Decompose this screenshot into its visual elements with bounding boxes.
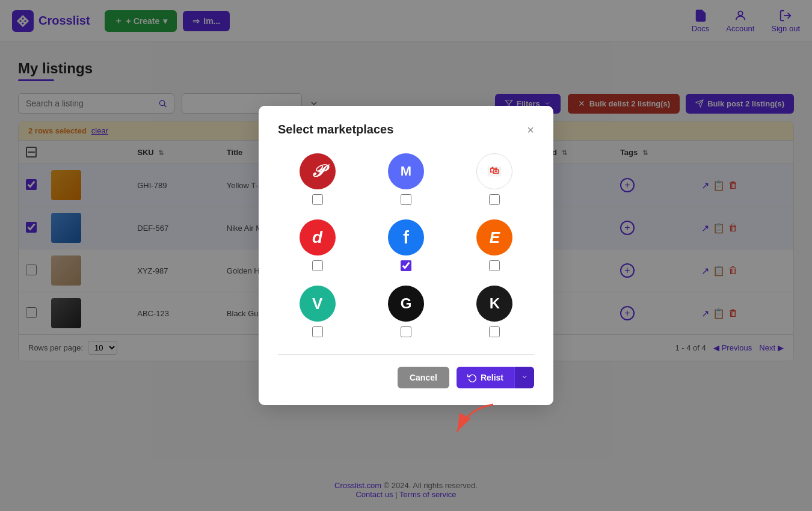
relist-button-group: Relist bbox=[457, 367, 534, 373]
marketplace-item-google: 🛍 bbox=[455, 153, 534, 205]
facebook-checkbox[interactable] bbox=[401, 260, 411, 271]
mercari-checkbox[interactable] bbox=[401, 194, 411, 205]
marketplace-item-facebook: f bbox=[366, 219, 445, 271]
kidizen-logo: K bbox=[476, 286, 512, 322]
relist-label: Relist bbox=[481, 373, 503, 373]
mercari-logo: M bbox=[388, 153, 424, 189]
depop-logo: d bbox=[300, 219, 336, 256]
marketplace-item-grailed: G bbox=[366, 286, 445, 337]
depop-checkbox[interactable] bbox=[312, 260, 323, 271]
modal-footer: Cancel Relist bbox=[278, 367, 534, 373]
relist-refresh-icon bbox=[467, 373, 477, 373]
relist-button[interactable]: Relist bbox=[457, 367, 514, 373]
select-marketplaces-modal: Select marketplaces × 𝒫 M 🛍 bbox=[259, 106, 553, 373]
google-checkbox[interactable] bbox=[489, 194, 500, 205]
svg-text:🛍: 🛍 bbox=[490, 165, 499, 176]
grailed-logo: G bbox=[388, 286, 424, 322]
grailed-checkbox[interactable] bbox=[401, 326, 411, 337]
marketplace-item-vinted: V bbox=[278, 286, 357, 337]
marketplace-item-poshmark: 𝒫 bbox=[278, 153, 357, 205]
facebook-logo: f bbox=[388, 219, 424, 256]
modal-divider bbox=[278, 354, 534, 355]
marketplace-item-kidizen: K bbox=[455, 286, 534, 337]
etsy-logo: E bbox=[476, 219, 512, 256]
kidizen-checkbox[interactable] bbox=[489, 326, 500, 337]
marketplace-grid: 𝒫 M 🛍 d f bbox=[278, 153, 534, 337]
google-logo: 🛍 bbox=[476, 153, 512, 189]
marketplace-item-mercari: M bbox=[366, 153, 445, 205]
modal-title: Select marketplaces bbox=[278, 123, 393, 136]
marketplace-item-etsy: E bbox=[455, 219, 534, 271]
vinted-checkbox[interactable] bbox=[312, 326, 323, 337]
modal-overlay[interactable]: Select marketplaces × 𝒫 M 🛍 bbox=[0, 0, 812, 373]
cancel-button[interactable]: Cancel bbox=[398, 367, 449, 373]
etsy-checkbox[interactable] bbox=[489, 260, 500, 271]
modal-header: Select marketplaces × bbox=[278, 123, 534, 136]
marketplace-item-depop: d bbox=[278, 219, 357, 271]
modal-close-button[interactable]: × bbox=[527, 124, 534, 136]
poshmark-logo: 𝒫 bbox=[300, 153, 336, 189]
poshmark-checkbox[interactable] bbox=[312, 194, 323, 205]
vinted-logo: V bbox=[300, 286, 336, 322]
relist-dropdown-button[interactable] bbox=[514, 367, 534, 373]
